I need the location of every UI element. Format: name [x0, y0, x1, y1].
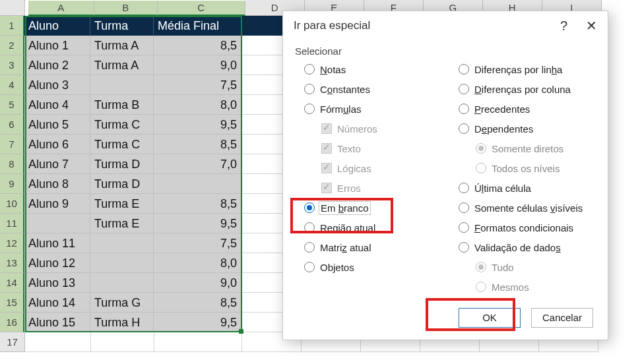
cell-A12[interactable]: Aluno 11: [24, 233, 90, 253]
cell-B10[interactable]: Turma E: [90, 194, 154, 214]
dialog-title: Ir para especial: [294, 19, 560, 32]
ok-button[interactable]: OK: [459, 308, 521, 328]
radio-notas[interactable]: Notas: [291, 59, 445, 79]
cell-C9[interactable]: [154, 174, 241, 194]
radio-matriz[interactable]: Matriz atual: [291, 237, 445, 257]
radio-formatos[interactable]: Formatos condicionais: [445, 218, 600, 237]
cell-A15[interactable]: Aluno 14: [24, 293, 90, 313]
cell-B15[interactable]: Turma G: [90, 293, 154, 313]
row-header-9[interactable]: 9: [0, 174, 24, 194]
cell-C13[interactable]: 8,0: [154, 253, 241, 273]
radio-formulas[interactable]: Fórmulas: [291, 99, 445, 119]
radio-preced[interactable]: Precedentes: [445, 99, 600, 119]
cell-B7[interactable]: Turma C: [90, 135, 154, 154]
cell-A6[interactable]: Aluno 5: [24, 115, 90, 135]
cell-B5[interactable]: Turma B: [90, 95, 154, 115]
row-header-16[interactable]: 16: [0, 313, 24, 332]
radio-bullet-icon: [476, 262, 486, 272]
cell-A2[interactable]: Aluno 1: [24, 36, 90, 55]
radio-bullet-icon: [459, 242, 469, 253]
radio-ultima[interactable]: Última célula: [445, 178, 600, 198]
radio-constantes[interactable]: Constantes: [291, 79, 445, 99]
cell-A11[interactable]: [24, 214, 90, 233]
radio-dif-linha[interactable]: Diferenças por linha: [445, 59, 600, 79]
radio-bullet-icon: [459, 123, 469, 134]
row-header-15[interactable]: 15: [0, 293, 24, 313]
row-header-14[interactable]: 14: [0, 273, 24, 293]
cell-B16[interactable]: Turma H: [90, 313, 154, 332]
row-header-17[interactable]: 17: [0, 332, 25, 352]
row-header-10[interactable]: 10: [0, 194, 24, 214]
cell-B14[interactable]: [90, 273, 154, 293]
row-header-2[interactable]: 2: [0, 36, 24, 55]
cell-A5[interactable]: Aluno 4: [24, 95, 90, 115]
cell-B8[interactable]: Turma D: [90, 154, 154, 174]
cell-C11[interactable]: 9,5: [154, 214, 241, 233]
cell-A13[interactable]: Aluno 12: [24, 253, 90, 273]
cell-B6[interactable]: Turma C: [90, 115, 154, 135]
cancel-button[interactable]: Cancelar: [531, 308, 593, 328]
cell-C6[interactable]: 9,5: [154, 115, 241, 135]
radio-bullet-icon: [304, 242, 315, 253]
cell-C5[interactable]: 8,0: [154, 95, 241, 115]
cell-A4[interactable]: Aluno 3: [24, 75, 90, 95]
cell-B11[interactable]: Turma E: [90, 214, 154, 233]
cell-C3[interactable]: 9,0: [154, 55, 241, 75]
cell-C4[interactable]: 7,5: [154, 75, 241, 95]
cell-A14[interactable]: Aluno 13: [24, 273, 90, 293]
option-label: Lógicas: [337, 163, 371, 174]
cell-A3[interactable]: Aluno 2: [24, 55, 90, 75]
cell-A16[interactable]: Aluno 15: [24, 313, 90, 332]
cell-C7[interactable]: 8,5: [154, 135, 241, 154]
cell-C14[interactable]: 9,0: [154, 273, 241, 293]
close-icon[interactable]: ✕: [586, 18, 597, 34]
row-header-8[interactable]: 8: [0, 154, 24, 174]
row-header-11[interactable]: 11: [0, 214, 24, 233]
cell-B2[interactable]: Turma A: [90, 36, 154, 55]
row-header-4[interactable]: 4: [0, 75, 24, 95]
cell-C2[interactable]: 8,5: [154, 36, 241, 55]
row-header-6[interactable]: 6: [0, 115, 24, 135]
radio-objetos[interactable]: Objetos: [291, 257, 445, 277]
cell-B17[interactable]: [91, 332, 154, 352]
column-header-B[interactable]: B: [94, 1, 158, 16]
cell-C1[interactable]: Média Final: [154, 16, 241, 36]
cell-A8[interactable]: Aluno 7: [24, 154, 90, 174]
row-header-3[interactable]: 3: [0, 55, 24, 75]
cell-A9[interactable]: Aluno 8: [24, 174, 90, 194]
column-header-C[interactable]: C: [158, 1, 245, 16]
row-header-13[interactable]: 13: [0, 253, 24, 273]
radio-embranco[interactable]: Em branco: [291, 198, 445, 218]
cell-C15[interactable]: 8,5: [154, 293, 241, 313]
cell-C16[interactable]: 9,5: [154, 313, 241, 332]
radio-dif-col[interactable]: Diferenças por coluna: [445, 79, 600, 99]
column-header-A[interactable]: A: [28, 1, 94, 16]
cell-A10[interactable]: Aluno 9: [24, 194, 90, 214]
radio-depend[interactable]: Dependentes: [445, 119, 600, 138]
cell-A1[interactable]: Aluno: [24, 16, 90, 36]
option-label: Precedentes: [474, 104, 530, 115]
cell-B1[interactable]: Turma: [90, 16, 154, 36]
radio-regiao[interactable]: Região atual: [291, 218, 445, 237]
cell-C12[interactable]: 7,5: [154, 233, 241, 253]
cell-B3[interactable]: Turma A: [90, 55, 154, 75]
radio-visiveis[interactable]: Somente células visíveis: [445, 198, 600, 218]
radio-validacao[interactable]: Validação de dados: [445, 237, 600, 257]
cell-A7[interactable]: Aluno 6: [24, 135, 90, 154]
cell-C8[interactable]: 7,0: [154, 154, 241, 174]
row-header-7[interactable]: 7: [0, 135, 24, 154]
cell-A17[interactable]: [25, 332, 91, 352]
cell-C10[interactable]: 8,5: [154, 194, 241, 214]
cell-B12[interactable]: [90, 233, 154, 253]
row-header-12[interactable]: 12: [0, 233, 24, 253]
row-header-5[interactable]: 5: [0, 95, 24, 115]
cell-B13[interactable]: [90, 253, 154, 273]
option-label: Formatos condicionais: [474, 222, 573, 233]
checkbox-numeros: Números: [291, 119, 445, 138]
cell-C17[interactable]: [154, 332, 242, 352]
select-all-corner[interactable]: [0, 0, 25, 16]
cell-B9[interactable]: Turma D: [90, 174, 154, 194]
cell-B4[interactable]: [90, 75, 154, 95]
help-icon[interactable]: ?: [560, 18, 567, 34]
row-header-1[interactable]: 1: [0, 16, 24, 36]
